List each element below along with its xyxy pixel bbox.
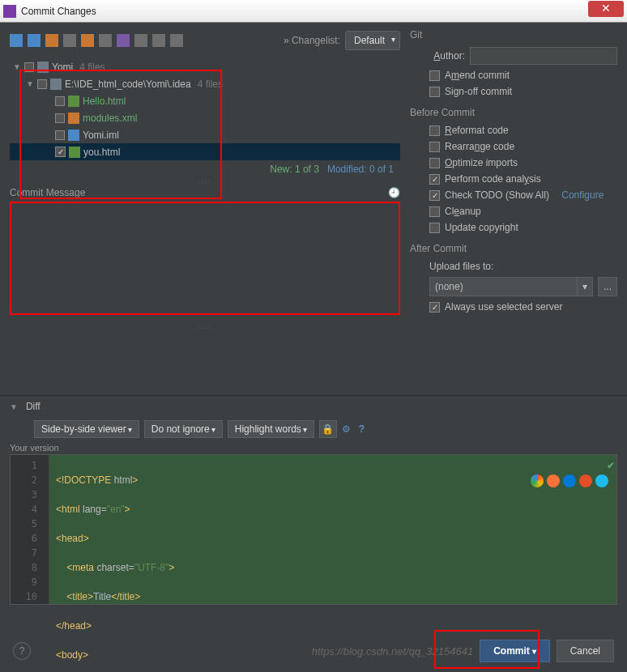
- tree-file-selected[interactable]: you.html: [10, 143, 400, 160]
- checkbox[interactable]: [55, 147, 66, 157]
- commit-message-input[interactable]: [10, 202, 400, 315]
- gear-icon[interactable]: ⚙: [342, 423, 351, 435]
- author-label: Author:: [429, 50, 465, 62]
- always-server-label: Always use selected server: [445, 301, 562, 313]
- checkbox[interactable]: [55, 130, 65, 140]
- analysis-label: Perform code analysis: [445, 173, 541, 185]
- rearrange-checkbox[interactable]: [429, 142, 440, 152]
- lock-icon[interactable]: 🔒: [319, 420, 337, 438]
- rearrange-label: Rearrange code: [445, 141, 514, 152]
- amend-checkbox[interactable]: [429, 70, 440, 81]
- collapse-icon[interactable]: [170, 34, 183, 47]
- file-tree: ▼ Yomi 4 files ▼ E:\IDE_html_code\Yomi\.…: [10, 58, 400, 160]
- todo-label: Check TODO (Show All): [445, 189, 549, 201]
- ignore-dropdown[interactable]: Do not ignore: [144, 420, 223, 438]
- resize-handle[interactable]: ::::: [10, 323, 400, 330]
- checkbox[interactable]: [55, 113, 65, 123]
- ie-icon[interactable]: [595, 474, 608, 487]
- folder-name: Yomi: [52, 62, 73, 73]
- analysis-checkbox[interactable]: [429, 174, 440, 185]
- modified-count: Modified: 0 of 1: [327, 164, 394, 175]
- commit-button[interactable]: Commit: [480, 640, 549, 662]
- new-count: New: 1 of 3: [270, 164, 319, 175]
- jump-icon[interactable]: [134, 34, 147, 47]
- before-commit-title: Before Commit: [410, 107, 617, 118]
- copyright-label: Update copyright: [445, 222, 518, 233]
- delete-icon[interactable]: [81, 34, 94, 47]
- expand-arrow-icon[interactable]: ▼: [13, 62, 21, 71]
- file-count: 4 files: [79, 62, 104, 73]
- code-editor[interactable]: 12345678910 <!DOCTYPE html> <html lang="…: [10, 454, 617, 605]
- tree-file[interactable]: Hello.html: [10, 92, 400, 109]
- iml-file-icon: [68, 130, 79, 141]
- watermark: https://blog.csdn.net/qq_32154641: [312, 645, 474, 657]
- group-icon[interactable]: [99, 34, 112, 47]
- upload-select[interactable]: (none): [429, 277, 593, 296]
- checkbox[interactable]: [55, 96, 65, 106]
- tree-root[interactable]: ▼ Yomi 4 files: [10, 58, 400, 75]
- revert-icon[interactable]: [10, 34, 23, 47]
- commit-message-label: Commit Message: [10, 187, 85, 198]
- history-icon[interactable]: 🕘: [388, 187, 400, 198]
- app-icon: [3, 5, 16, 18]
- diff-icon[interactable]: [45, 34, 58, 47]
- configure-link[interactable]: Configure: [561, 189, 604, 201]
- chrome-icon[interactable]: [531, 474, 544, 487]
- help-button[interactable]: ?: [13, 642, 31, 660]
- checkbox[interactable]: [24, 62, 34, 72]
- files-toolbar: » Changelist: Default: [10, 29, 400, 52]
- highlight-dropdown[interactable]: Highlight words: [228, 420, 314, 438]
- footer: ? https://blog.csdn.net/qq_32154641 Comm…: [0, 630, 627, 672]
- changelist-icon[interactable]: [63, 34, 76, 47]
- help-icon[interactable]: ?: [359, 423, 365, 435]
- viewer-dropdown[interactable]: Side-by-side viewer: [34, 420, 139, 438]
- collapse-arrow-icon[interactable]: ▼: [10, 402, 18, 411]
- refresh-icon[interactable]: [28, 34, 41, 47]
- your-version-label: Your version: [0, 441, 627, 454]
- signoff-checkbox[interactable]: [429, 87, 440, 97]
- cancel-button[interactable]: Cancel: [557, 640, 614, 662]
- changelist-dropdown[interactable]: Default: [345, 31, 400, 50]
- firefox-icon[interactable]: [547, 474, 560, 487]
- diff-toolbar: Side-by-side viewer Do not ignore Highli…: [0, 417, 627, 441]
- signoff-label: Sign-off commit: [445, 86, 512, 97]
- always-server-checkbox[interactable]: [429, 302, 440, 313]
- tree-file[interactable]: modules.xml: [10, 109, 400, 126]
- resize-handle[interactable]: ::::: [10, 178, 400, 185]
- author-input[interactable]: [470, 47, 617, 65]
- expand-arrow-icon[interactable]: ▼: [26, 79, 34, 88]
- browser-icons: [531, 474, 608, 487]
- cleanup-checkbox[interactable]: [429, 206, 440, 217]
- titlebar: Commit Changes ✕: [0, 0, 627, 23]
- line-gutter: 12345678910: [11, 455, 49, 604]
- file-count: 4 files: [198, 79, 223, 90]
- diff-title: Diff: [26, 401, 41, 412]
- status-line: New: 1 of 3 Modified: 0 of 1: [10, 160, 400, 178]
- folder-icon: [37, 62, 49, 73]
- folder-icon: [50, 79, 62, 90]
- amend-label: Amend commit: [445, 70, 510, 81]
- tree-path[interactable]: ▼ E:\IDE_html_code\Yomi\.idea 4 files: [10, 75, 400, 92]
- reformat-label: Reformat code: [445, 125, 509, 136]
- path-name: E:\IDE_html_code\Yomi\.idea: [65, 79, 191, 90]
- cleanup-label: Cleanup: [445, 206, 481, 217]
- optimize-checkbox[interactable]: [429, 158, 440, 168]
- safari-icon[interactable]: [563, 474, 576, 487]
- code-content[interactable]: <!DOCTYPE html> <html lang="en"> <head> …: [49, 455, 616, 604]
- checkbox[interactable]: [37, 79, 47, 89]
- upload-label: Upload files to:: [429, 261, 493, 272]
- git-section-title: Git: [410, 29, 617, 40]
- reformat-checkbox[interactable]: [429, 125, 440, 136]
- copyright-checkbox[interactable]: [429, 223, 440, 233]
- todo-checkbox[interactable]: [429, 190, 440, 201]
- change-marker-icon: ✔: [607, 458, 615, 473]
- close-button[interactable]: ✕: [588, 1, 624, 17]
- tree-file[interactable]: Yomi.iml: [10, 126, 400, 143]
- browse-button[interactable]: ...: [598, 277, 617, 296]
- optimize-label: Optimize imports: [445, 157, 518, 168]
- window-title: Commit Changes: [21, 6, 588, 17]
- expand-icon[interactable]: [152, 34, 165, 47]
- opera-icon[interactable]: [579, 474, 592, 487]
- after-commit-title: After Commit: [410, 243, 617, 254]
- rollback-icon[interactable]: [117, 34, 130, 47]
